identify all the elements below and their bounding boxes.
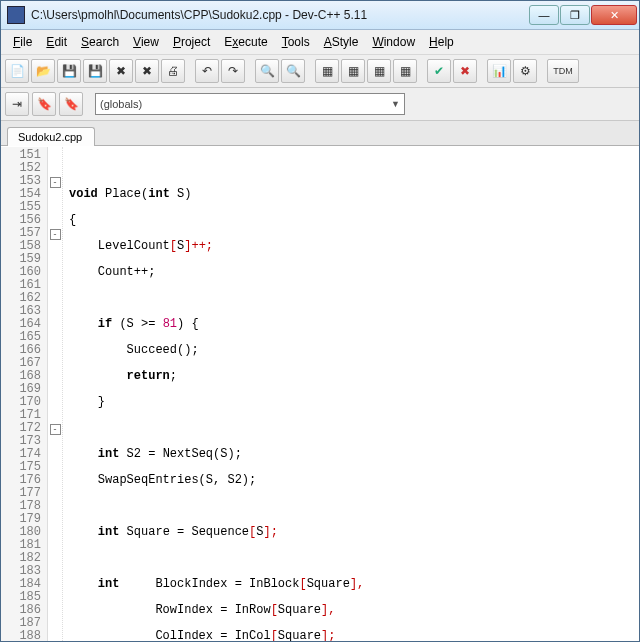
- menu-astyle[interactable]: AStyle: [318, 34, 365, 50]
- toolbar-main: 📄 📂 💾 💾 ✖ ✖ 🖨 ↶ ↷ 🔍 🔍 ▦ ▦ ▦ ▦ ✔ ✖ 📊 ⚙ TD…: [1, 55, 639, 88]
- file-tab-label: Sudoku2.cpp: [18, 131, 82, 143]
- menubar: File Edit Search View Project Execute To…: [1, 30, 639, 55]
- debug-button[interactable]: ✔: [427, 59, 451, 83]
- options-button[interactable]: ⚙: [513, 59, 537, 83]
- line-number-gutter: 1511521531541551561571581591601611621631…: [1, 147, 48, 641]
- file-tab[interactable]: Sudoku2.cpp: [7, 127, 95, 146]
- menu-tools[interactable]: Tools: [276, 34, 316, 50]
- new-file-button[interactable]: 📄: [5, 59, 29, 83]
- replace-button[interactable]: 🔍: [281, 59, 305, 83]
- rebuild-button[interactable]: ▦: [393, 59, 417, 83]
- app-icon: [7, 6, 25, 24]
- fold-column: - - -: [48, 147, 63, 641]
- save-button[interactable]: 💾: [57, 59, 81, 83]
- code-editor[interactable]: 1511521531541551561571581591601611621631…: [1, 146, 639, 641]
- run-button[interactable]: ▦: [341, 59, 365, 83]
- compile-run-button[interactable]: ▦: [367, 59, 391, 83]
- app-window: C:\Users\pmolhl\Documents\CPP\Sudoku2.cp…: [0, 0, 640, 642]
- menu-help[interactable]: Help: [423, 34, 460, 50]
- menu-file[interactable]: File: [7, 34, 38, 50]
- undo-button[interactable]: ↶: [195, 59, 219, 83]
- save-all-button[interactable]: 💾: [83, 59, 107, 83]
- menu-search[interactable]: Search: [75, 34, 125, 50]
- menu-edit[interactable]: Edit: [40, 34, 73, 50]
- minimize-button[interactable]: —: [529, 5, 559, 25]
- window-title: C:\Users\pmolhl\Documents\CPP\Sudoku2.cp…: [31, 8, 529, 22]
- goto-button[interactable]: ⇥: [5, 92, 29, 116]
- menu-execute[interactable]: Execute: [218, 34, 273, 50]
- toolbar-secondary: ⇥ 🔖 🔖 (globals) ▼: [1, 88, 639, 121]
- find-button[interactable]: 🔍: [255, 59, 279, 83]
- menu-window[interactable]: Window: [366, 34, 421, 50]
- globals-combo-value: (globals): [100, 98, 142, 110]
- print-button[interactable]: 🖨: [161, 59, 185, 83]
- chevron-down-icon: ▼: [391, 99, 400, 109]
- stop-button[interactable]: ✖: [453, 59, 477, 83]
- globals-combo[interactable]: (globals) ▼: [95, 93, 405, 115]
- close-button[interactable]: ✕: [591, 5, 637, 25]
- menu-view[interactable]: View: [127, 34, 165, 50]
- code-area[interactable]: void Place(int S) { LevelCount[S]++; Cou…: [63, 147, 639, 641]
- tdm-button[interactable]: TDM: [547, 59, 579, 83]
- redo-button[interactable]: ↷: [221, 59, 245, 83]
- titlebar[interactable]: C:\Users\pmolhl\Documents\CPP\Sudoku2.cp…: [1, 1, 639, 30]
- profile-button[interactable]: 📊: [487, 59, 511, 83]
- menu-project[interactable]: Project: [167, 34, 216, 50]
- open-button[interactable]: 📂: [31, 59, 55, 83]
- tabstrip: Sudoku2.cpp: [1, 121, 639, 146]
- close-file-button[interactable]: ✖: [109, 59, 133, 83]
- close-all-button[interactable]: ✖: [135, 59, 159, 83]
- bookmark-button[interactable]: 🔖: [32, 92, 56, 116]
- maximize-button[interactable]: ❐: [560, 5, 590, 25]
- goto-bookmark-button[interactable]: 🔖: [59, 92, 83, 116]
- compile-button[interactable]: ▦: [315, 59, 339, 83]
